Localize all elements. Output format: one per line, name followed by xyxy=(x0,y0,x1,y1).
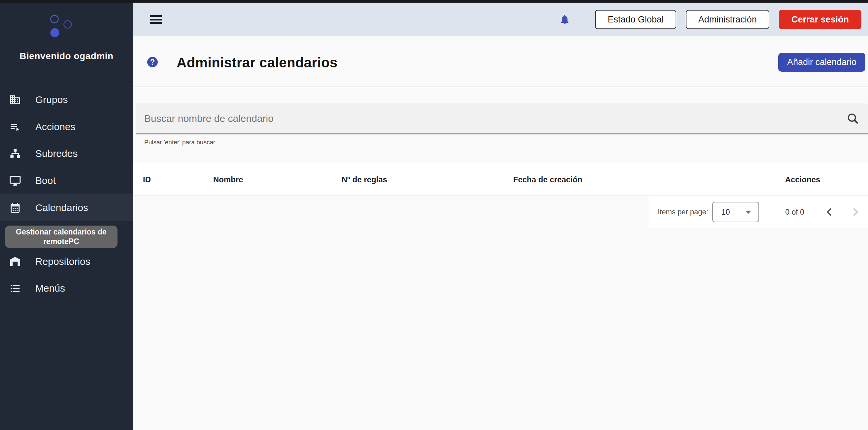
chevron-right-icon xyxy=(849,205,862,219)
menu-toggle-icon[interactable] xyxy=(150,15,162,24)
sidebar-item-acciones[interactable]: Acciones xyxy=(0,113,133,140)
window-top-strip xyxy=(0,0,868,3)
sidebar-item-calendarios[interactable]: Calendarios xyxy=(0,194,133,221)
sidebar-item-label: Subredes xyxy=(35,148,78,159)
sidebar-item-label: Calendarios xyxy=(35,202,88,213)
sidebar-item-menus[interactable]: Menús xyxy=(0,275,133,302)
select-caret-icon xyxy=(745,211,751,214)
sidebar-tooltip: Gestionar calendarios de remotePC xyxy=(5,226,118,248)
sidebar-item-repositorios[interactable]: Repositorios xyxy=(0,248,133,275)
sidebar-item-boot[interactable]: Boot xyxy=(0,167,133,194)
sidebar-item-label: Repositorios xyxy=(35,256,90,267)
sidebar-item-label: Grupos xyxy=(35,94,68,105)
items-per-page-select[interactable]: 10 xyxy=(712,202,759,222)
app-logo-icon xyxy=(0,3,133,44)
warehouse-icon xyxy=(9,256,21,267)
building-icon xyxy=(9,94,21,106)
chevron-left-icon xyxy=(823,205,836,219)
estado-global-button[interactable]: Estado Global xyxy=(595,10,676,29)
sidebar-item-grupos[interactable]: Grupos xyxy=(0,86,133,113)
network-tree-icon xyxy=(9,148,21,160)
list-icon xyxy=(9,282,21,294)
column-header-fecha-creacion: Fecha de creación xyxy=(513,175,582,184)
help-icon[interactable]: ? xyxy=(147,57,158,67)
monitor-icon xyxy=(9,175,21,187)
playlist-play-icon xyxy=(9,121,21,133)
next-page-button[interactable] xyxy=(849,205,862,219)
sidebar-divider xyxy=(0,82,133,82)
sidebar: Bienvenido ogadmin Grupos Acciones Subre… xyxy=(0,3,133,430)
items-per-page-label: Items per page: xyxy=(658,196,708,228)
column-header-id: ID xyxy=(143,175,151,184)
column-header-acciones: Acciones xyxy=(776,175,829,184)
search-input[interactable] xyxy=(144,104,831,134)
cerrar-sesion-button[interactable]: Cerrar sesión xyxy=(779,10,861,29)
paginator-range-label: 0 of 0 xyxy=(770,196,819,228)
sidebar-item-subredes[interactable]: Subredes xyxy=(0,140,133,167)
items-per-page-value: 10 xyxy=(721,202,730,222)
administracion-button[interactable]: Administración xyxy=(686,10,769,29)
top-toolbar: Estado Global Administración Cerrar sesi… xyxy=(133,3,868,36)
sidebar-item-label: Boot xyxy=(35,175,56,186)
sidebar-item-label: Menús xyxy=(35,283,65,294)
paginator: Items per page: 10 0 of 0 xyxy=(649,196,868,228)
column-header-num-reglas: Nº de reglas xyxy=(342,175,387,184)
header-divider xyxy=(133,87,868,87)
notifications-bell-icon[interactable] xyxy=(559,14,570,25)
calendar-icon xyxy=(9,202,21,214)
welcome-text: Bienvenido ogadmin xyxy=(0,51,133,61)
search-field xyxy=(136,104,868,135)
search-icon[interactable] xyxy=(845,111,860,126)
search-hint: Pulsar 'enter' para buscar xyxy=(144,139,215,146)
sidebar-item-label: Acciones xyxy=(35,121,75,133)
add-calendar-button[interactable]: Añadir calendario xyxy=(778,53,865,71)
page-title: Administrar calendarios xyxy=(177,55,338,71)
column-header-nombre: Nombre xyxy=(213,175,243,184)
calendars-table xyxy=(133,163,868,196)
previous-page-button[interactable] xyxy=(823,205,836,219)
